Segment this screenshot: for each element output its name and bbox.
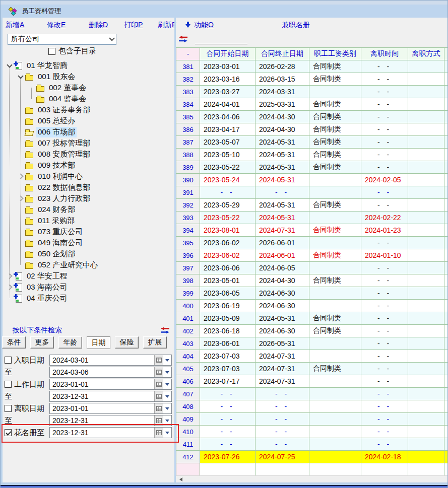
row-number-cell[interactable]: 411 (176, 438, 200, 451)
row-number-cell[interactable]: 396 (176, 249, 200, 262)
tree-item[interactable]: 073 重庆公司 (17, 226, 84, 237)
edge-cell[interactable] (444, 337, 448, 350)
contract-end-cell[interactable]: 2024-05-31 (255, 136, 309, 149)
contract-end-cell[interactable]: 2024-05-31 (255, 212, 309, 224)
contract-end-cell[interactable]: - - (255, 186, 309, 199)
leave-date-cell[interactable] (361, 463, 408, 476)
edge-cell[interactable] (444, 350, 448, 363)
edge-cell[interactable] (444, 136, 448, 149)
filter-tab-3[interactable]: 年龄 (58, 336, 82, 348)
row-number-cell[interactable]: 385 (176, 111, 200, 123)
col-header-row-number[interactable]: - (176, 48, 200, 60)
tree-item[interactable]: 008 安质管理部 (17, 149, 92, 160)
row-number-cell[interactable]: 399 (176, 287, 200, 300)
tree-item[interactable]: 004 监事会 (28, 93, 88, 104)
contract-start-cell[interactable]: 2023-05-22 (200, 161, 255, 174)
leave-method-cell[interactable] (408, 174, 444, 186)
tree-item[interactable]: 003 证券事务部 (17, 104, 92, 115)
wage-category-cell[interactable]: 合同制类 (309, 161, 361, 174)
contract-end-cell[interactable]: 2025-03-31 (255, 98, 309, 111)
contract-start-cell[interactable]: 2023-06-02 (200, 249, 255, 262)
leave-date-cell[interactable]: - - (361, 60, 408, 73)
contract-start-cell[interactable]: 2023-05-01 (200, 274, 255, 287)
edge-cell[interactable] (444, 426, 448, 438)
quick-search-input[interactable] (195, 44, 247, 44)
edge-cell[interactable] (444, 451, 448, 463)
contract-end-cell[interactable]: 2024-07-31 (255, 224, 309, 237)
company-filter-select[interactable]: 所有公司 (8, 34, 116, 45)
edge-cell[interactable] (444, 149, 448, 161)
wage-category-cell[interactable]: 合同制类 (309, 73, 361, 86)
leave-method-cell[interactable] (408, 136, 444, 149)
row-number-cell[interactable]: 386 (176, 123, 200, 136)
row-number-cell[interactable]: 388 (176, 149, 200, 161)
leave-date-cell[interactable]: - - (361, 111, 408, 123)
contract-start-cell[interactable]: 2023-05-10 (200, 149, 255, 161)
wage-category-cell[interactable]: 合同制类 (309, 249, 361, 262)
filter-tab-2[interactable]: 更多 (30, 336, 54, 348)
tree-item[interactable]: 03 海南公司 (6, 282, 69, 293)
contract-end-cell[interactable]: - - (255, 413, 309, 426)
filter-tab-6[interactable]: 扩展 (143, 336, 167, 348)
date-input[interactable]: 2023-12-31 (49, 415, 172, 426)
wage-category-cell[interactable] (309, 86, 361, 98)
contract-start-cell[interactable]: - - (200, 388, 255, 400)
row-number-cell[interactable]: 407 (176, 388, 200, 400)
edge-cell[interactable] (444, 249, 448, 262)
row-number-cell[interactable]: 408 (176, 400, 200, 413)
leave-method-cell[interactable] (408, 463, 444, 476)
wage-category-cell[interactable]: 合同制类 (309, 325, 361, 337)
leave-date-cell[interactable]: - - (361, 123, 408, 136)
date-input[interactable]: 2023-01-01 (49, 403, 172, 414)
calendar-icon[interactable] (154, 403, 163, 413)
row-number-cell[interactable]: 406 (176, 375, 200, 388)
filter-tab-5[interactable]: 保险 (115, 336, 139, 348)
edge-cell[interactable] (444, 400, 448, 413)
contract-end-cell[interactable]: 2026-05-31 (255, 337, 309, 350)
edge-cell[interactable] (444, 98, 448, 111)
wage-category-cell[interactable] (309, 375, 361, 388)
row-number-cell[interactable]: 412 (176, 451, 200, 463)
contract-start-cell[interactable]: 2023-06-18 (200, 325, 255, 337)
toolbar-button-3[interactable]: 删除D (89, 21, 108, 30)
wage-category-cell[interactable] (309, 400, 361, 413)
horizontal-scrollbar[interactable] (176, 475, 448, 482)
contract-end-cell[interactable]: - - (255, 438, 309, 451)
leave-method-cell[interactable] (408, 262, 444, 274)
col-header-wage-category[interactable]: 职工工资类别 (309, 48, 361, 60)
row-number-cell[interactable]: 393 (176, 212, 200, 224)
edge-cell[interactable] (444, 73, 448, 86)
leave-method-cell[interactable] (408, 111, 444, 123)
chevron-right-icon[interactable] (6, 272, 14, 280)
contract-start-cell[interactable]: 2023-05-07 (200, 136, 255, 149)
chevron-down-icon[interactable] (17, 73, 25, 81)
tree-item[interactable]: 001 股东会 (17, 71, 77, 82)
date-input[interactable]: 2023-12-31 (49, 427, 172, 438)
leave-date-cell[interactable]: 2024-02-22 (361, 212, 408, 224)
date-input[interactable]: 2024-03-06 (49, 367, 172, 378)
contract-start-cell[interactable]: 2023-03-16 (200, 73, 255, 86)
transfer-icon[interactable] (161, 327, 169, 334)
leave-method-cell[interactable] (408, 60, 444, 73)
row-number-cell[interactable]: 389 (176, 161, 200, 174)
leave-method-cell[interactable] (408, 199, 444, 212)
leave-date-cell[interactable]: - - (361, 287, 408, 300)
leave-method-cell[interactable] (408, 224, 444, 237)
dropdown-arrow-icon[interactable] (163, 432, 171, 434)
tree-item[interactable]: 009 技术部 (17, 160, 77, 171)
contract-end-cell[interactable]: 2024-06-30 (255, 325, 309, 337)
tree-item[interactable]: 005 总经办 (17, 115, 77, 126)
leave-date-cell[interactable]: - - (361, 400, 408, 413)
row-number-cell[interactable]: 390 (176, 174, 200, 186)
leave-date-cell[interactable]: - - (361, 199, 408, 212)
contract-start-cell[interactable]: 2023-03-27 (200, 86, 255, 98)
tree-item[interactable]: 01 华龙智腾 (6, 60, 69, 71)
row-number-cell[interactable]: 383 (176, 86, 200, 98)
tree-item[interactable]: 006 市场部 (17, 126, 77, 137)
row-number-cell[interactable]: 381 (176, 60, 200, 73)
edge-cell[interactable] (444, 375, 448, 388)
leave-method-cell[interactable] (408, 300, 444, 312)
calendar-icon[interactable] (154, 379, 163, 389)
tree-item[interactable]: 010 利润中心 (17, 171, 84, 182)
contract-end-cell[interactable]: 2024-05-31 (255, 149, 309, 161)
